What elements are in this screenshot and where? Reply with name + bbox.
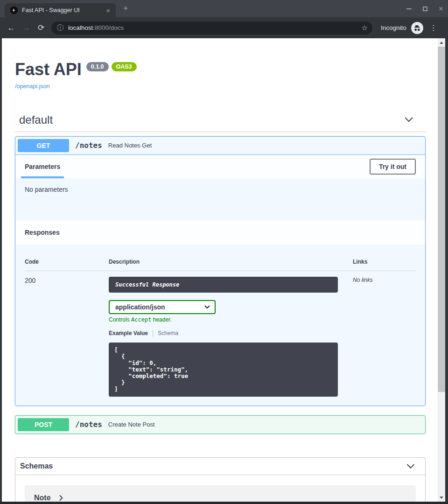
window-maximize-button[interactable] xyxy=(423,7,427,11)
window-border-right xyxy=(445,38,448,504)
site-info-icon[interactable]: ⓘ xyxy=(57,24,63,32)
scroll-down-button[interactable] xyxy=(438,494,445,501)
openapi-spec-link[interactable]: /openapi.json xyxy=(15,83,49,90)
parameters-body: No parameters xyxy=(15,178,425,220)
chevron-down-icon xyxy=(406,464,415,469)
select-chevron-down-icon xyxy=(204,305,210,309)
model-name: Note xyxy=(34,494,51,502)
incognito-label: Incognito xyxy=(381,24,406,31)
browser-toolbar: ← → ⟳ ⓘ localhost:8000/docs ☆ Incognito … xyxy=(0,17,448,38)
response-row-200: 200 Successful Response application/json… xyxy=(25,271,416,397)
tag-header[interactable]: default xyxy=(15,113,426,132)
opblock-summary-get[interactable]: GET /notes Read Notes Get xyxy=(15,137,425,155)
tab-title: Fast API - Swagger UI xyxy=(22,7,105,14)
fastapi-favicon-icon xyxy=(10,7,18,14)
page-scrollbar[interactable] xyxy=(438,38,445,502)
media-type-select[interactable]: application/json xyxy=(109,300,216,314)
window-border-bottom xyxy=(0,502,448,504)
method-badge-post: POST xyxy=(18,418,69,431)
active-tab-underline xyxy=(21,176,64,178)
responses-title: Responses xyxy=(25,229,60,236)
incognito-icon xyxy=(411,22,423,34)
response-links: No links xyxy=(338,277,416,397)
operation-path: /notes xyxy=(75,420,102,429)
back-button[interactable]: ← xyxy=(4,23,19,33)
window-minimize-button[interactable] xyxy=(406,8,412,9)
url-text: localhost:8000/docs xyxy=(68,24,362,31)
browser-menu-button[interactable]: ⋮ xyxy=(430,23,437,32)
version-badge: 0.1.0 xyxy=(86,62,109,71)
operation-summary: Read Notes Get xyxy=(108,142,152,149)
api-info: Fast API 0.1.0 OAS3 /openapi.json xyxy=(15,38,426,90)
forward-button[interactable]: → xyxy=(19,23,34,33)
try-it-out-button[interactable]: Try it out xyxy=(370,159,416,175)
column-description: Description xyxy=(109,259,338,265)
model-note[interactable]: Note xyxy=(25,485,416,502)
browser-titlebar: Fast API - Swagger UI × + × xyxy=(0,0,448,17)
schemas-header[interactable]: Schemas xyxy=(15,458,425,475)
url-path: :8000/docs xyxy=(93,24,124,31)
responses-body: Code Description Links 200 Successful Re… xyxy=(15,245,425,406)
accept-code: Accept xyxy=(131,316,151,323)
scroll-up-button[interactable] xyxy=(438,39,445,46)
tag-title: default xyxy=(19,113,53,126)
scrollbar-thumb[interactable] xyxy=(438,47,445,392)
new-tab-button[interactable]: + xyxy=(123,4,128,14)
tab-close-icon[interactable]: × xyxy=(105,7,111,14)
responses-header: Responses xyxy=(15,220,425,245)
example-json-block: [ { "id": 0, "text": "string", "complete… xyxy=(109,343,338,397)
responses-table-header: Code Description Links xyxy=(25,259,416,271)
browser-tab[interactable]: Fast API - Swagger UI × xyxy=(5,3,116,17)
tab-schema[interactable]: Schema xyxy=(158,330,178,336)
operation-path: /notes xyxy=(75,141,102,150)
reload-button[interactable]: ⟳ xyxy=(34,23,49,33)
parameters-header: Parameters Try it out xyxy=(15,155,425,178)
chevron-right-icon xyxy=(59,495,63,501)
schemas-title: Schemas xyxy=(20,462,53,470)
window-close-button[interactable]: × xyxy=(439,5,443,13)
opblock-summary-post[interactable]: POST /notes Create Note Post xyxy=(15,416,425,434)
media-type-value: application/json xyxy=(115,303,165,311)
response-code: 200 xyxy=(25,277,109,397)
tab-example-value[interactable]: Example Value xyxy=(109,330,148,336)
schemas-section: Schemas Note xyxy=(15,457,426,502)
column-links: Links xyxy=(338,259,416,265)
no-parameters-text: No parameters xyxy=(25,186,68,193)
accept-header-hint: Controls Accept header. xyxy=(109,316,338,323)
method-badge-get: GET xyxy=(18,139,69,152)
tag-section-default: default GET /notes Read Notes Get Parame… xyxy=(15,113,426,434)
example-schema-tabs: Example Value Schema xyxy=(109,330,338,337)
parameters-tab: Parameters xyxy=(25,163,60,170)
operation-summary: Create Note Post xyxy=(108,421,155,428)
address-bar[interactable]: ⓘ localhost:8000/docs ☆ xyxy=(51,21,372,35)
chevron-down-icon xyxy=(404,117,413,122)
oas3-badge: OAS3 xyxy=(112,62,137,71)
window-border-left xyxy=(0,38,2,504)
triangle-up-icon xyxy=(440,42,443,44)
opblock-post-notes: POST /notes Create Note Post xyxy=(15,415,426,434)
opblock-get-notes: GET /notes Read Notes Get Parameters Try… xyxy=(15,136,426,406)
response-description-box: Successful Response xyxy=(109,277,338,293)
tab-separator xyxy=(153,330,153,337)
triangle-down-icon xyxy=(440,497,443,499)
page-title: Fast API xyxy=(15,61,82,78)
bookmark-star-icon[interactable]: ☆ xyxy=(362,24,368,32)
column-code: Code xyxy=(25,259,109,265)
swagger-page: Fast API 0.1.0 OAS3 /openapi.json defaul… xyxy=(2,38,438,502)
url-host: localhost xyxy=(68,24,93,31)
